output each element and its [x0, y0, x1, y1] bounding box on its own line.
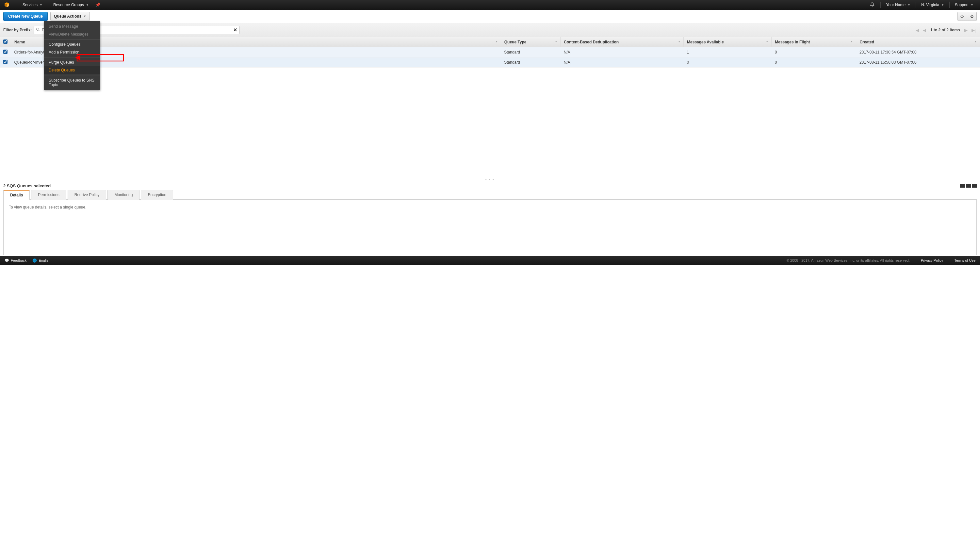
col-flight[interactable]: Messages in Flight▾ — [772, 37, 856, 47]
layout-full-icon[interactable] — [972, 184, 977, 188]
menu-divider — [44, 75, 100, 75]
privacy-link[interactable]: Privacy Policy — [921, 258, 943, 262]
filter-bar: Filter by Prefix: ✕ |◀ ◀ 1 to 2 of 2 ite… — [0, 23, 980, 37]
terms-link[interactable]: Terms of Use — [954, 258, 975, 262]
filter-label: Filter by Prefix: — [3, 28, 32, 32]
pager: |◀ ◀ 1 to 2 of 2 items ▶ ▶| — [914, 27, 977, 33]
tab-encryption[interactable]: Encryption — [141, 190, 173, 200]
notifications-icon[interactable] — [866, 2, 878, 8]
nav-region[interactable]: N. Virginia▼ — [918, 0, 947, 10]
pager-next-button[interactable]: ▶ — [963, 27, 969, 33]
tab-details[interactable]: Details — [3, 190, 30, 200]
col-select-all[interactable] — [0, 37, 11, 47]
row-checkbox[interactable] — [3, 60, 8, 64]
sort-caret-icon: ▾ — [678, 40, 680, 43]
search-icon — [36, 27, 40, 33]
menu-delete-queues[interactable]: Delete Queues — [44, 66, 100, 74]
cell-type: Standard — [501, 47, 560, 57]
tab-body-text: To view queue details, select a single q… — [9, 205, 87, 209]
menu-configure-queues[interactable]: Configure Queues — [44, 40, 100, 48]
menu-divider — [44, 57, 100, 57]
cell-avail: 1 — [684, 47, 772, 57]
menu-send-message: Send a Message — [44, 22, 100, 30]
top-nav: Services▼ Resource Groups▼ 📌 Your Name▼ … — [0, 0, 980, 10]
caret-down-icon: ▼ — [40, 3, 43, 6]
menu-subscribe-sns[interactable]: Subscribe Queues to SNS Topic — [44, 76, 100, 89]
nav-pin[interactable]: 📌 — [92, 0, 103, 10]
caret-down-icon: ▼ — [941, 3, 944, 6]
language-link[interactable]: 🌐English — [32, 258, 50, 263]
nav-services[interactable]: Services▼ — [19, 0, 46, 10]
select-all-checkbox[interactable] — [3, 40, 8, 44]
selection-title: 2 SQS Queues selected — [3, 183, 51, 188]
caret-down-icon: ▼ — [83, 15, 86, 18]
nav-support-label: Support — [955, 3, 969, 7]
nav-resource-groups-label: Resource Groups — [53, 3, 84, 7]
table-row[interactable]: Queues-for-Invento Standard N/A 0 0 2017… — [0, 57, 980, 68]
layout-bottom-icon[interactable] — [966, 184, 971, 188]
caret-down-icon: ▼ — [970, 3, 974, 6]
cell-avail: 0 — [684, 57, 772, 68]
cell-dedup: N/A — [560, 57, 684, 68]
layout-split-icon[interactable] — [960, 184, 965, 188]
col-dedup[interactable]: Content-Based Deduplication▾ — [560, 37, 684, 47]
queue-actions-button[interactable]: Queue Actions▼ — [50, 12, 90, 21]
clear-filter-button[interactable]: ✕ — [233, 27, 237, 33]
nav-user[interactable]: Your Name▼ — [883, 0, 914, 10]
sort-caret-icon: ▾ — [555, 40, 557, 43]
layout-icons — [960, 184, 977, 188]
cell-created: 2017-08-11 17:30:54 GMT-07:00 — [856, 47, 980, 57]
queue-actions-label: Queue Actions — [54, 14, 81, 19]
gear-icon: ⚙ — [970, 14, 974, 19]
cell-created: 2017-08-11 16:56:03 GMT-07:00 — [856, 57, 980, 68]
aws-logo-icon[interactable] — [3, 1, 10, 8]
pager-status: 1 to 2 of 2 items — [929, 28, 961, 32]
nav-resource-groups[interactable]: Resource Groups▼ — [50, 0, 92, 10]
queues-table: Name▾ Queue Type▾ Content-Based Deduplic… — [0, 37, 980, 68]
tab-redrive[interactable]: Redrive Policy — [68, 190, 107, 200]
menu-purge-queues[interactable]: Purge Queues — [44, 59, 100, 66]
svg-line-4 — [38, 30, 40, 31]
menu-divider — [44, 39, 100, 40]
pager-first-button[interactable]: |◀ — [914, 27, 920, 33]
caret-down-icon: ▼ — [86, 3, 89, 6]
panel-splitter[interactable]: ▪ ▪ ▪ — [3, 177, 977, 182]
footer: 💬Feedback 🌐English © 2008 - 2017, Amazon… — [0, 256, 980, 265]
sort-caret-icon: ▾ — [851, 40, 853, 43]
caret-down-icon: ▼ — [907, 3, 910, 6]
menu-add-permission[interactable]: Add a Permission — [44, 48, 100, 56]
nav-region-label: N. Virginia — [921, 3, 939, 7]
menu-view-delete-messages: View/Delete Messages — [44, 30, 100, 38]
settings-button[interactable]: ⚙ — [967, 12, 977, 21]
queue-actions-menu: Send a Message View/Delete Messages Conf… — [44, 21, 100, 90]
globe-icon: 🌐 — [32, 258, 37, 263]
details-panel: ▪ ▪ ▪ 2 SQS Queues selected Details Perm… — [3, 177, 977, 255]
nav-user-label: Your Name — [886, 3, 905, 7]
pager-prev-button[interactable]: ◀ — [922, 27, 927, 33]
close-icon: ✕ — [233, 27, 237, 33]
nav-support[interactable]: Support▼ — [951, 0, 977, 10]
row-checkbox[interactable] — [3, 49, 8, 54]
nav-services-label: Services — [22, 3, 38, 7]
tab-monitoring[interactable]: Monitoring — [108, 190, 140, 200]
svg-point-3 — [37, 28, 39, 31]
sort-caret-icon: ▾ — [975, 40, 977, 43]
sort-caret-icon: ▾ — [496, 40, 498, 43]
toolbar: Create New Queue Queue Actions▼ ⟳ ⚙ — [0, 10, 980, 23]
refresh-button[interactable]: ⟳ — [958, 12, 967, 21]
sort-caret-icon: ▾ — [766, 40, 768, 43]
col-avail[interactable]: Messages Available▾ — [684, 37, 772, 47]
tab-permissions[interactable]: Permissions — [31, 190, 66, 200]
cell-flight: 0 — [772, 47, 856, 57]
create-queue-button[interactable]: Create New Queue — [3, 12, 48, 21]
table-row[interactable]: Orders-for-Analytic Standard N/A 1 0 201… — [0, 47, 980, 57]
tabs: Details Permissions Redrive Policy Monit… — [3, 190, 977, 200]
pager-last-button[interactable]: ▶| — [970, 27, 977, 33]
speech-icon: 💬 — [5, 258, 9, 263]
cell-type: Standard — [501, 57, 560, 68]
cell-flight: 0 — [772, 57, 856, 68]
col-type[interactable]: Queue Type▾ — [501, 37, 560, 47]
feedback-link[interactable]: 💬Feedback — [5, 258, 27, 263]
cell-dedup: N/A — [560, 47, 684, 57]
col-created[interactable]: Created▾ — [856, 37, 980, 47]
